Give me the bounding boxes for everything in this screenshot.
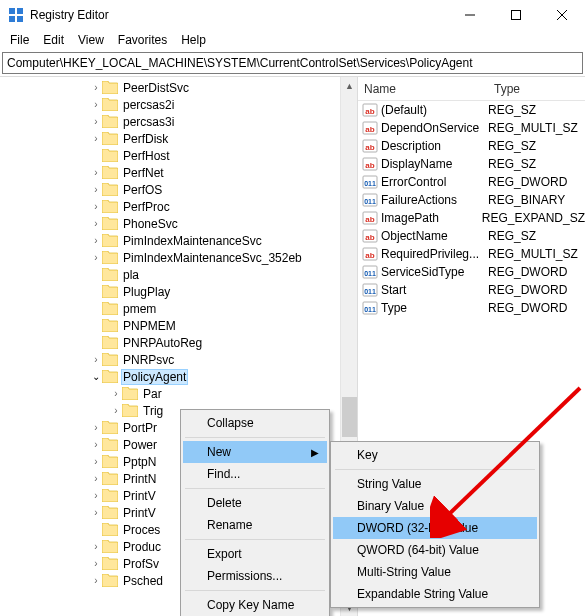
chevron-right-icon[interactable] [90, 320, 102, 331]
tree-item[interactable]: ›PerfDisk [0, 130, 357, 147]
chevron-right-icon[interactable]: › [90, 116, 102, 127]
ctx-copy-key[interactable]: Copy Key Name [183, 594, 327, 616]
tree-item[interactable]: ›percsas3i [0, 113, 357, 130]
ctx-new-expand[interactable]: Expandable String Value [333, 583, 537, 605]
chevron-right-icon[interactable]: › [110, 388, 122, 399]
value-name: Start [381, 283, 488, 297]
menu-file[interactable]: File [4, 31, 35, 49]
chevron-right-icon[interactable]: › [90, 82, 102, 93]
chevron-right-icon[interactable]: › [90, 133, 102, 144]
ctx-export[interactable]: Export [183, 543, 327, 565]
tree-item[interactable]: ›PimIndexMaintenanceSvc_352eb [0, 249, 357, 266]
chevron-right-icon[interactable] [90, 150, 102, 161]
ctx-delete[interactable]: Delete [183, 492, 327, 514]
chevron-right-icon[interactable] [90, 337, 102, 348]
chevron-right-icon[interactable]: › [90, 354, 102, 365]
chevron-right-icon[interactable]: › [90, 575, 102, 586]
chevron-right-icon[interactable]: › [90, 507, 102, 518]
ctx-permissions[interactable]: Permissions... [183, 565, 327, 587]
ctx-new-string[interactable]: String Value [333, 473, 537, 495]
list-row[interactable]: DependOnServiceREG_MULTI_SZ [358, 119, 585, 137]
ctx-find[interactable]: Find... [183, 463, 327, 485]
maximize-button[interactable] [493, 0, 539, 30]
tree-item[interactable]: pmem [0, 300, 357, 317]
binary-value-icon [362, 300, 378, 316]
list-row[interactable]: DescriptionREG_SZ [358, 137, 585, 155]
chevron-right-icon[interactable]: › [90, 167, 102, 178]
chevron-right-icon[interactable]: › [90, 235, 102, 246]
value-name: FailureActions [381, 193, 488, 207]
tree-item[interactable]: ›PNRPsvc [0, 351, 357, 368]
chevron-down-icon[interactable]: ⌄ [90, 371, 102, 382]
ctx-new[interactable]: New▶ [183, 441, 327, 463]
chevron-right-icon[interactable]: › [90, 422, 102, 433]
chevron-right-icon[interactable]: › [90, 99, 102, 110]
chevron-right-icon[interactable]: › [90, 490, 102, 501]
chevron-right-icon[interactable]: › [90, 184, 102, 195]
list-row[interactable]: ErrorControlREG_DWORD [358, 173, 585, 191]
list-row[interactable]: FailureActionsREG_BINARY [358, 191, 585, 209]
list-row[interactable]: ImagePathREG_EXPAND_SZ [358, 209, 585, 227]
ctx-new-qword[interactable]: QWORD (64-bit) Value [333, 539, 537, 561]
ctx-rename[interactable]: Rename [183, 514, 327, 536]
ctx-new-multi[interactable]: Multi-String Value [333, 561, 537, 583]
ctx-collapse[interactable]: Collapse [183, 412, 327, 434]
context-menu: Collapse New▶ Find... Delete Rename Expo… [180, 409, 330, 616]
col-type[interactable]: Type [488, 82, 585, 96]
ctx-new-dword[interactable]: DWORD (32-bit) Value [333, 517, 537, 539]
tree-item[interactable]: PNRPAutoReg [0, 334, 357, 351]
chevron-right-icon[interactable] [90, 303, 102, 314]
scroll-up-icon[interactable]: ▲ [341, 77, 358, 94]
list-row[interactable]: (Default)REG_SZ [358, 101, 585, 119]
tree-item[interactable]: ›Par [0, 385, 357, 402]
scroll-thumb[interactable] [342, 397, 357, 437]
col-name[interactable]: Name [358, 82, 488, 96]
chevron-right-icon[interactable]: › [90, 541, 102, 552]
tree-item[interactable]: PNPMEM [0, 317, 357, 334]
menu-view[interactable]: View [72, 31, 110, 49]
list-row[interactable]: ObjectNameREG_SZ [358, 227, 585, 245]
tree-item-label: Proces [121, 523, 162, 537]
chevron-right-icon[interactable]: › [90, 439, 102, 450]
tree-item[interactable]: ›PhoneSvc [0, 215, 357, 232]
chevron-right-icon[interactable] [90, 286, 102, 297]
chevron-right-icon[interactable]: › [90, 456, 102, 467]
tree-item-label: PlugPlay [121, 285, 172, 299]
chevron-right-icon[interactable]: › [90, 218, 102, 229]
list-row[interactable]: ServiceSidTypeREG_DWORD [358, 263, 585, 281]
ctx-new-binary[interactable]: Binary Value [333, 495, 537, 517]
tree-item[interactable]: ›PeerDistSvc [0, 79, 357, 96]
close-button[interactable] [539, 0, 585, 30]
chevron-right-icon[interactable]: › [90, 201, 102, 212]
tree-item[interactable]: ›PerfOS [0, 181, 357, 198]
chevron-right-icon[interactable]: › [90, 558, 102, 569]
list-row[interactable]: RequiredPrivileg...REG_MULTI_SZ [358, 245, 585, 263]
chevron-right-icon[interactable]: › [90, 252, 102, 263]
chevron-right-icon[interactable]: › [110, 405, 122, 416]
tree-item[interactable]: ⌄PolicyAgent [0, 368, 357, 385]
folder-icon [102, 251, 118, 264]
tree-item[interactable]: ›PerfNet [0, 164, 357, 181]
ctx-new-key[interactable]: Key [333, 444, 537, 466]
tree-item-label: PNRPAutoReg [121, 336, 204, 350]
list-row[interactable]: TypeREG_DWORD [358, 299, 585, 317]
menu-help[interactable]: Help [175, 31, 212, 49]
value-name: ImagePath [381, 211, 482, 225]
tree-item[interactable]: ›PerfProc [0, 198, 357, 215]
tree-item-label: Trig [141, 404, 165, 418]
address-bar[interactable]: Computer\HKEY_LOCAL_MACHINE\SYSTEM\Curre… [2, 52, 583, 74]
tree-item[interactable]: pla [0, 266, 357, 283]
tree-item-label: PNRPsvc [121, 353, 176, 367]
chevron-right-icon[interactable] [90, 269, 102, 280]
list-row[interactable]: StartREG_DWORD [358, 281, 585, 299]
tree-item[interactable]: ›percsas2i [0, 96, 357, 113]
list-row[interactable]: DisplayNameREG_SZ [358, 155, 585, 173]
tree-item[interactable]: PlugPlay [0, 283, 357, 300]
tree-item[interactable]: PerfHost [0, 147, 357, 164]
chevron-right-icon[interactable]: › [90, 473, 102, 484]
menu-edit[interactable]: Edit [37, 31, 70, 49]
minimize-button[interactable] [447, 0, 493, 30]
chevron-right-icon[interactable] [90, 524, 102, 535]
tree-item[interactable]: ›PimIndexMaintenanceSvc [0, 232, 357, 249]
menu-favorites[interactable]: Favorites [112, 31, 173, 49]
